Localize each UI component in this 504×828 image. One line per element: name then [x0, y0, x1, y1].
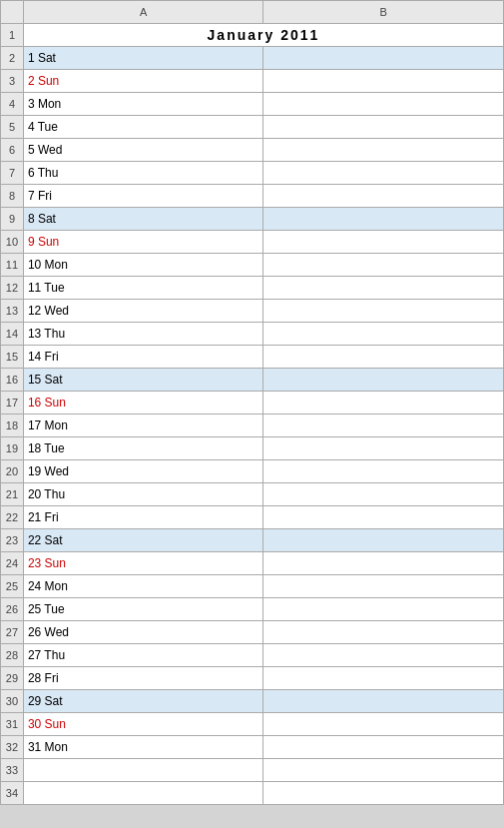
cell-a[interactable]: 31 Mon — [23, 736, 263, 759]
cell-a[interactable]: 20 Thu — [23, 483, 263, 506]
cell-b[interactable] — [263, 254, 504, 277]
table-row[interactable]: 109 Sun — [1, 231, 504, 254]
cell-b[interactable] — [263, 529, 504, 552]
cell-b[interactable] — [263, 277, 504, 300]
cell-a[interactable]: 4 Tue — [23, 116, 263, 139]
table-row[interactable]: 1January 2011 — [1, 24, 504, 47]
cell-a[interactable]: 6 Thu — [23, 162, 263, 185]
cell-b[interactable] — [263, 782, 504, 805]
cell-b[interactable] — [263, 644, 504, 667]
table-row[interactable]: 2726 Wed — [1, 621, 504, 644]
cell-a[interactable]: 19 Wed — [23, 460, 263, 483]
cell-a[interactable]: 21 Fri — [23, 506, 263, 529]
col-a-header[interactable]: A — [23, 1, 263, 24]
table-row[interactable]: 54 Tue — [1, 116, 504, 139]
table-row[interactable]: 98 Sat — [1, 208, 504, 231]
table-row[interactable]: 2928 Fri — [1, 667, 504, 690]
cell-a[interactable]: 9 Sun — [23, 231, 263, 254]
cell-b[interactable] — [263, 437, 504, 460]
cell-b[interactable] — [263, 231, 504, 254]
table-row[interactable]: 1514 Fri — [1, 346, 504, 369]
cell-a[interactable]: 8 Sat — [23, 208, 263, 231]
cell-a[interactable]: 5 Wed — [23, 139, 263, 162]
cell-b[interactable] — [263, 506, 504, 529]
cell-a[interactable]: 23 Sun — [23, 552, 263, 575]
cell-a[interactable] — [23, 759, 263, 782]
table-row[interactable]: 1615 Sat — [1, 369, 504, 392]
table-row[interactable]: 2827 Thu — [1, 644, 504, 667]
table-row[interactable]: 2423 Sun — [1, 552, 504, 575]
cell-a[interactable]: 26 Wed — [23, 621, 263, 644]
table-row[interactable]: 76 Thu — [1, 162, 504, 185]
table-row[interactable]: 2221 Fri — [1, 506, 504, 529]
cell-b[interactable] — [263, 414, 504, 437]
cell-a[interactable]: January 2011 — [23, 24, 503, 47]
cell-a[interactable]: 18 Tue — [23, 437, 263, 460]
cell-a[interactable]: 13 Thu — [23, 323, 263, 346]
cell-b[interactable] — [263, 116, 504, 139]
table-row[interactable]: 2019 Wed — [1, 460, 504, 483]
cell-b[interactable] — [263, 185, 504, 208]
cell-b[interactable] — [263, 392, 504, 414]
cell-b[interactable] — [263, 323, 504, 346]
cell-b[interactable] — [263, 162, 504, 185]
cell-a[interactable]: 17 Mon — [23, 414, 263, 437]
table-row[interactable]: 87 Fri — [1, 185, 504, 208]
cell-b[interactable] — [263, 460, 504, 483]
table-row[interactable]: 2625 Tue — [1, 598, 504, 621]
table-row[interactable]: 65 Wed — [1, 139, 504, 162]
cell-b[interactable] — [263, 621, 504, 644]
cell-a[interactable]: 22 Sat — [23, 529, 263, 552]
cell-a[interactable]: 28 Fri — [23, 667, 263, 690]
cell-b[interactable] — [263, 759, 504, 782]
table-row[interactable]: 3130 Sun — [1, 713, 504, 736]
cell-a[interactable]: 10 Mon — [23, 254, 263, 277]
cell-a[interactable]: 25 Tue — [23, 598, 263, 621]
table-row[interactable]: 1413 Thu — [1, 323, 504, 346]
table-row[interactable]: 2322 Sat — [1, 529, 504, 552]
table-row[interactable]: 1110 Mon — [1, 254, 504, 277]
cell-b[interactable] — [263, 300, 504, 323]
cell-b[interactable] — [263, 139, 504, 162]
cell-b[interactable] — [263, 667, 504, 690]
table-row[interactable]: 21 Sat — [1, 47, 504, 70]
table-row[interactable]: 1817 Mon — [1, 414, 504, 437]
cell-b[interactable] — [263, 483, 504, 506]
table-row[interactable]: 3029 Sat — [1, 690, 504, 713]
table-row[interactable]: 33 — [1, 759, 504, 782]
table-row[interactable]: 2120 Thu — [1, 483, 504, 506]
cell-b[interactable] — [263, 208, 504, 231]
cell-b[interactable] — [263, 690, 504, 713]
cell-b[interactable] — [263, 598, 504, 621]
cell-a[interactable]: 16 Sun — [23, 392, 263, 414]
cell-b[interactable] — [263, 736, 504, 759]
cell-a[interactable]: 12 Wed — [23, 300, 263, 323]
cell-a[interactable]: 29 Sat — [23, 690, 263, 713]
cell-b[interactable] — [263, 552, 504, 575]
cell-b[interactable] — [263, 575, 504, 598]
cell-b[interactable] — [263, 369, 504, 392]
cell-a[interactable] — [23, 782, 263, 805]
cell-b[interactable] — [263, 346, 504, 369]
cell-a[interactable]: 1 Sat — [23, 47, 263, 70]
col-b-header[interactable]: B — [263, 1, 504, 24]
cell-b[interactable] — [263, 713, 504, 736]
cell-a[interactable]: 27 Thu — [23, 644, 263, 667]
cell-b[interactable] — [263, 47, 504, 70]
table-row[interactable]: 1211 Tue — [1, 277, 504, 300]
cell-a[interactable]: 7 Fri — [23, 185, 263, 208]
cell-b[interactable] — [263, 70, 504, 93]
cell-a[interactable]: 30 Sun — [23, 713, 263, 736]
table-row[interactable]: 3231 Mon — [1, 736, 504, 759]
cell-a[interactable]: 14 Fri — [23, 346, 263, 369]
cell-a[interactable]: 11 Tue — [23, 277, 263, 300]
cell-a[interactable]: 3 Mon — [23, 93, 263, 116]
table-row[interactable]: 1918 Tue — [1, 437, 504, 460]
table-row[interactable]: 43 Mon — [1, 93, 504, 116]
table-row[interactable]: 32 Sun — [1, 70, 504, 93]
table-row[interactable]: 1716 Sun — [1, 392, 504, 414]
cell-b[interactable] — [263, 93, 504, 116]
cell-a[interactable]: 15 Sat — [23, 369, 263, 392]
cell-a[interactable]: 2 Sun — [23, 70, 263, 93]
table-row[interactable]: 34 — [1, 782, 504, 805]
